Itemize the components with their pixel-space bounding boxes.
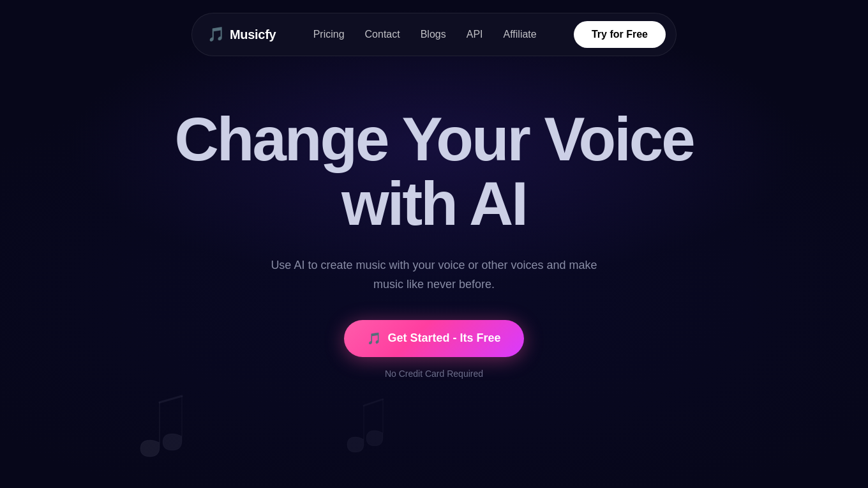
music-note-left (128, 390, 217, 482)
hero-section: Change Your Voice with AI Use AI to crea… (0, 56, 868, 379)
cta-label: Get Started - Its Free (387, 332, 500, 345)
music-notes-decoration (0, 373, 868, 488)
nav-links: Pricing Contact Blogs API Affiliate (313, 29, 537, 40)
nav-pricing[interactable]: Pricing (313, 29, 345, 40)
hero-title-line1: Change Your Voice (174, 105, 693, 173)
try-free-button[interactable]: Try for Free (574, 21, 666, 48)
cta-icon: 🎵 (367, 332, 381, 346)
nav-affiliate[interactable]: Affiliate (504, 29, 537, 40)
nav-blogs[interactable]: Blogs (421, 29, 446, 40)
hero-title: Change Your Voice with AI (0, 107, 868, 236)
hero-subtitle: Use AI to create music with your voice o… (262, 255, 606, 294)
navbar: 🎵 Musicfy Pricing Contact Blogs API Affi… (191, 13, 677, 56)
no-card-required-text: No Credit Card Required (0, 369, 868, 379)
get-started-button[interactable]: 🎵 Get Started - Its Free (344, 320, 523, 357)
logo-icon: 🎵 (207, 26, 225, 43)
nav-contact[interactable]: Contact (365, 29, 400, 40)
hero-title-line2: with AI (341, 169, 527, 238)
logo-area[interactable]: 🎵 Musicfy (207, 26, 276, 43)
nav-api[interactable]: API (467, 29, 483, 40)
music-note-right (338, 396, 408, 475)
cta-container: 🎵 Get Started - Its Free (0, 320, 868, 369)
logo-text: Musicfy (230, 27, 276, 42)
